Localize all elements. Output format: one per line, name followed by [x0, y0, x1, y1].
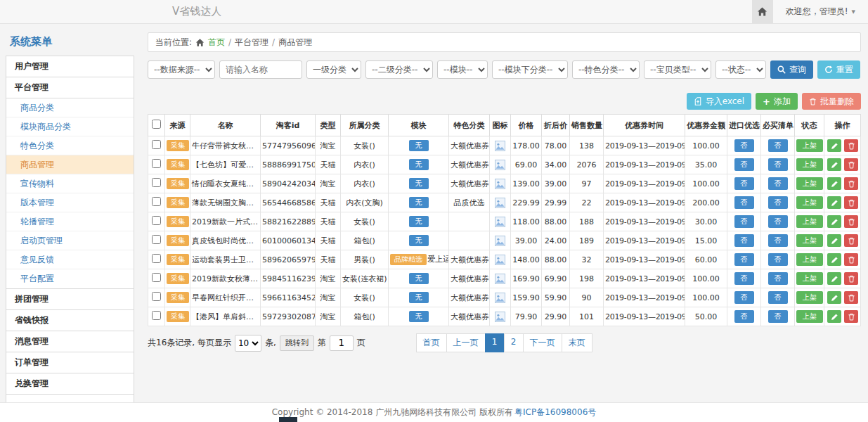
- delete-button[interactable]: [844, 139, 858, 152]
- filter-select-level2-category[interactable]: --二级分类--: [365, 60, 433, 79]
- status-toggle[interactable]: 上架: [796, 310, 823, 323]
- delete-button[interactable]: [844, 291, 858, 304]
- row-checkbox[interactable]: [152, 254, 161, 263]
- delete-button[interactable]: [844, 177, 858, 190]
- page-button[interactable]: 1: [485, 333, 505, 352]
- must-buy-toggle[interactable]: 否: [768, 272, 788, 285]
- status-toggle[interactable]: 上架: [796, 291, 823, 304]
- row-checkbox[interactable]: [152, 273, 161, 282]
- must-buy-toggle[interactable]: 否: [768, 177, 788, 190]
- breadcrumb-item[interactable]: 平台管理: [235, 37, 268, 49]
- select-all-checkbox[interactable]: [152, 120, 161, 129]
- sidebar-group[interactable]: 用户管理: [6, 56, 134, 77]
- edit-button[interactable]: [827, 139, 841, 152]
- must-buy-toggle[interactable]: 否: [768, 291, 788, 304]
- sidebar-group[interactable]: 省钱快报: [6, 309, 134, 331]
- name-search-input[interactable]: [219, 60, 302, 79]
- sidebar-group[interactable]: 消息管理: [6, 331, 134, 352]
- import-select-toggle[interactable]: 否: [734, 310, 754, 323]
- add-button[interactable]: + 添加: [756, 93, 798, 110]
- sidebar-group[interactable]: [6, 394, 134, 402]
- sidebar-item[interactable]: 商品分类: [6, 98, 134, 117]
- must-buy-toggle[interactable]: 否: [768, 215, 788, 228]
- status-toggle[interactable]: 上架: [796, 196, 823, 209]
- must-buy-toggle[interactable]: 否: [768, 253, 788, 266]
- sidebar-item[interactable]: 平台配置: [6, 269, 134, 288]
- page-button[interactable]: 末页: [562, 333, 592, 352]
- import-select-toggle[interactable]: 否: [734, 234, 754, 247]
- icp-link[interactable]: 粤ICP备16098006号: [514, 407, 596, 418]
- import-select-toggle[interactable]: 否: [734, 177, 754, 190]
- must-buy-toggle[interactable]: 否: [768, 158, 788, 171]
- delete-button[interactable]: [844, 234, 858, 247]
- status-toggle[interactable]: 上架: [796, 139, 823, 152]
- page-button[interactable]: 首页: [416, 333, 447, 352]
- row-checkbox[interactable]: [152, 197, 161, 206]
- edit-button[interactable]: [827, 272, 841, 285]
- user-menu[interactable]: 欢迎您，管理员! ▼: [780, 6, 868, 18]
- search-button[interactable]: 查询: [770, 60, 813, 79]
- sidebar-group[interactable]: 兑换管理: [6, 373, 134, 395]
- row-checkbox[interactable]: [152, 178, 161, 187]
- sidebar-item[interactable]: 宣传物料: [6, 174, 134, 193]
- delete-button[interactable]: [844, 272, 858, 285]
- home-button[interactable]: [752, 0, 773, 23]
- must-buy-toggle[interactable]: 否: [768, 234, 788, 247]
- delete-button[interactable]: [844, 196, 858, 209]
- sidebar-item[interactable]: 特色分类: [6, 136, 134, 155]
- status-toggle[interactable]: 上架: [796, 158, 823, 171]
- delete-button[interactable]: [844, 215, 858, 228]
- status-toggle[interactable]: 上架: [796, 177, 823, 190]
- sidebar-item[interactable]: 商品管理: [6, 155, 134, 174]
- import-excel-button[interactable]: 导入excel: [687, 93, 751, 110]
- breadcrumb-home-link[interactable]: 首页: [208, 37, 225, 49]
- status-toggle[interactable]: 上架: [796, 234, 823, 247]
- edit-button[interactable]: [827, 196, 841, 209]
- sidebar-group[interactable]: 拼团管理: [6, 288, 134, 310]
- import-select-toggle[interactable]: 否: [734, 272, 754, 285]
- import-select-toggle[interactable]: 否: [734, 158, 754, 171]
- filter-select-module[interactable]: --模块--: [437, 60, 488, 79]
- delete-button[interactable]: [844, 310, 858, 323]
- filter-select-feature-category[interactable]: --特色分类--: [572, 60, 640, 79]
- page-button[interactable]: 2: [504, 333, 524, 352]
- must-buy-toggle[interactable]: 否: [768, 310, 788, 323]
- filter-select-level1-category[interactable]: 一级分类: [306, 60, 361, 79]
- import-select-toggle[interactable]: 否: [734, 291, 754, 304]
- edit-button[interactable]: [827, 253, 841, 266]
- page-button[interactable]: 上一页: [446, 333, 486, 352]
- filter-select-item-type[interactable]: --宝贝类型--: [644, 60, 711, 79]
- sidebar-item[interactable]: 意见反馈: [6, 250, 134, 269]
- filter-select-status[interactable]: --状态--: [715, 60, 766, 79]
- page-number-input[interactable]: [330, 335, 354, 351]
- sidebar-group[interactable]: 订单管理: [6, 352, 134, 373]
- row-checkbox[interactable]: [152, 292, 161, 301]
- sidebar-item[interactable]: 模块商品分类: [6, 117, 134, 136]
- must-buy-toggle[interactable]: 否: [768, 196, 788, 209]
- import-select-toggle[interactable]: 否: [734, 253, 754, 266]
- page-button[interactable]: 下一页: [523, 333, 562, 352]
- filter-select-data-source[interactable]: --数据来源--: [148, 60, 215, 79]
- delete-button[interactable]: [844, 253, 858, 266]
- edit-button[interactable]: [827, 291, 841, 304]
- edit-button[interactable]: [827, 177, 841, 190]
- breadcrumb-item[interactable]: 商品管理: [278, 37, 312, 49]
- import-select-toggle[interactable]: 否: [734, 215, 754, 228]
- row-checkbox[interactable]: [152, 159, 161, 168]
- import-select-toggle[interactable]: 否: [734, 139, 754, 152]
- batch-delete-button[interactable]: 批量删除: [802, 93, 861, 110]
- sidebar-item[interactable]: 轮播管理: [6, 212, 134, 231]
- status-toggle[interactable]: 上架: [796, 215, 823, 228]
- sidebar-group[interactable]: 平台管理: [6, 77, 134, 98]
- jump-button[interactable]: 跳转到: [280, 335, 314, 351]
- status-toggle[interactable]: 上架: [796, 272, 823, 285]
- sidebar-item[interactable]: 启动页管理: [6, 231, 134, 250]
- filter-select-module-subcategory[interactable]: --模块下分类--: [492, 60, 568, 79]
- per-page-select[interactable]: 10: [235, 335, 261, 352]
- reset-button[interactable]: 重置: [817, 60, 860, 79]
- sidebar-item[interactable]: 版本管理: [6, 193, 134, 212]
- row-checkbox[interactable]: [152, 140, 161, 149]
- edit-button[interactable]: [827, 234, 841, 247]
- edit-button[interactable]: [827, 310, 841, 323]
- row-checkbox[interactable]: [152, 311, 161, 320]
